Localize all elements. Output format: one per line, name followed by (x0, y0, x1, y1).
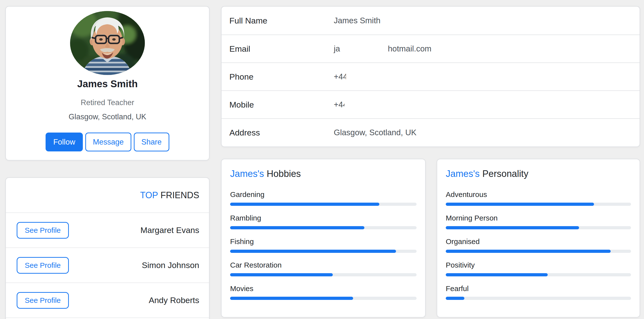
progress-bar-track (446, 226, 631, 229)
bar-label: Car Restoration (230, 261, 416, 269)
progress-bar-fill (230, 202, 379, 206)
profile-actions: Follow Message Share (6, 132, 209, 152)
progress-bar-fill (446, 273, 548, 276)
hobbies-card: James'sHobbies Gardening Rambling Fishin… (221, 159, 426, 318)
detail-row: Full Name James Smith (222, 6, 640, 34)
bar-group: Car Restoration (230, 261, 416, 276)
progress-bar-track (446, 250, 631, 253)
top-friends-title-accent: TOP (140, 190, 158, 200)
bar-label: Fearful (446, 284, 631, 293)
top-friends-title: TOP FRIENDS (6, 178, 209, 212)
detail-row: Mobile +44 (222, 90, 640, 118)
profile-location: Glasgow, Scotland, UK (6, 112, 209, 121)
bar-label: Morning Person (446, 214, 631, 222)
friends-list: See Profile Margaret Evans See Profile S… (6, 212, 209, 318)
bar-group: Positivity (446, 261, 631, 276)
profile-card: James Smith Retired Teacher Glasgow, Sco… (6, 6, 210, 160)
profile-occupation: Retired Teacher (6, 98, 209, 107)
profile-photo (70, 11, 145, 75)
bar-group: Adventurous (446, 190, 631, 206)
progress-bar-track (446, 273, 631, 276)
profile-name: James Smith (6, 78, 209, 90)
progress-bar-track (230, 202, 416, 206)
detail-label: Address (229, 128, 334, 138)
bar-label: Adventurous (446, 190, 631, 199)
personality-title: James'sPersonality (446, 168, 631, 179)
follow-button[interactable]: Follow (46, 132, 83, 152)
personality-title-rest: Personality (482, 168, 528, 179)
bar-group: Fishing (230, 238, 416, 253)
see-profile-button[interactable]: See Profile (17, 292, 69, 309)
hobbies-title: James'sHobbies (230, 168, 416, 179)
hobbies-title-accent: James's (230, 168, 264, 179)
bar-group: Movies (230, 284, 416, 300)
friend-row: See Profile Andy Roberts (6, 282, 209, 318)
bar-label: Organised (446, 238, 631, 246)
progress-bar-track (230, 273, 416, 276)
top-friends-card: TOP FRIENDS See Profile Margaret Evans S… (6, 178, 210, 319)
share-button[interactable]: Share (134, 132, 169, 152)
detail-row: Email jahotmail.com (222, 34, 640, 62)
progress-bar-track (230, 250, 416, 253)
friend-name: Andy Roberts (149, 296, 199, 305)
details-card: Full Name James Smith Email jahotmail.co… (221, 6, 640, 147)
progress-bar-fill (446, 250, 611, 253)
progress-bar-fill (230, 273, 333, 276)
progress-bar-track (446, 202, 631, 206)
hobbies-list: Gardening Rambling Fishing Car Restorati… (230, 190, 416, 300)
message-button[interactable]: Message (85, 132, 131, 152)
progress-bar-fill (446, 297, 464, 300)
clipped-character: 4 (343, 72, 346, 81)
bar-group: Morning Person (446, 214, 631, 229)
hobbies-title-rest: Hobbies (266, 168, 301, 179)
detail-row: Address Glasgow, Scotland, UK (222, 118, 640, 146)
progress-bar-fill (446, 226, 579, 229)
detail-value: James Smith (334, 16, 380, 25)
top-friends-title-rest: FRIENDS (160, 190, 199, 200)
progress-bar-fill (230, 226, 364, 229)
personality-title-accent: James's (446, 168, 480, 179)
progress-bar-track (230, 297, 416, 300)
progress-bar-track (230, 226, 416, 229)
detail-value: Glasgow, Scotland, UK (334, 128, 416, 137)
bar-label: Movies (230, 284, 416, 293)
friend-row-partial (6, 318, 209, 319)
friend-name: Simon Johnson (142, 260, 199, 270)
bar-group: Fearful (446, 284, 631, 300)
bar-group: Rambling (230, 214, 416, 229)
detail-value: jahotmail.com (334, 44, 432, 54)
clipped-character: 4 (343, 100, 344, 109)
bar-group: Gardening (230, 190, 416, 206)
progress-bar-fill (446, 202, 594, 206)
bar-label: Fishing (230, 238, 416, 246)
friend-name: Margaret Evans (140, 226, 199, 235)
personality-card: James'sPersonality Adventurous Morning P… (437, 159, 640, 318)
detail-label: Email (229, 44, 334, 54)
see-profile-button[interactable]: See Profile (17, 257, 69, 274)
personality-list: Adventurous Morning Person Organised Pos… (446, 190, 631, 300)
progress-bar-fill (230, 250, 396, 253)
bar-label: Rambling (230, 214, 416, 222)
bar-label: Positivity (446, 261, 631, 269)
bar-label: Gardening (230, 190, 416, 199)
bar-group: Organised (446, 238, 631, 253)
friend-row: See Profile Simon Johnson (6, 248, 209, 282)
progress-bar-track (446, 297, 631, 300)
progress-bar-fill (230, 297, 353, 300)
detail-label: Phone (229, 72, 334, 82)
detail-label: Full Name (229, 16, 334, 26)
see-profile-button[interactable]: See Profile (17, 222, 69, 239)
detail-row: Phone +44 (222, 62, 640, 90)
detail-label: Mobile (229, 100, 334, 110)
friend-row: See Profile Margaret Evans (6, 212, 209, 248)
detail-value: +44 (334, 72, 346, 81)
detail-value: +44 (334, 100, 344, 109)
